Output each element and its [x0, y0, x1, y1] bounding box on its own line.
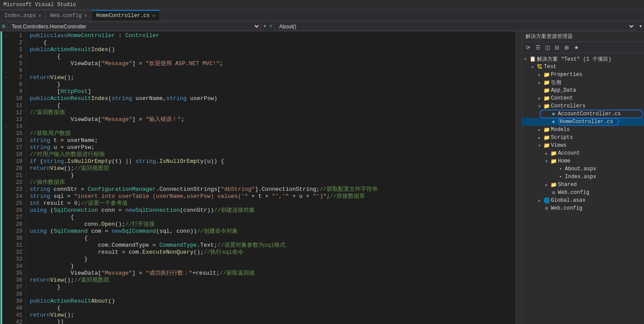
tree-item[interactable]: ▶📁Shared	[522, 181, 644, 189]
expand-icon[interactable]: ▶	[543, 183, 550, 187]
solution-toolbar: ⟳ ☰ ◫ ⊟ ⊞ ★	[522, 42, 644, 53]
code-line: ViewData["Message"] = "欢迎使用 ASP.NET MVC!…	[30, 60, 515, 67]
tree-node-label: Index.aspx	[565, 174, 596, 180]
code-line: return View();//返回视图层	[30, 165, 515, 172]
code-line: [HttpPost]	[30, 88, 515, 95]
expand-icon[interactable]: ▶	[536, 81, 543, 85]
toolbar-btn-refresh[interactable]: ⊞	[562, 43, 571, 52]
code-line: ViewData["Message"] = "输入错误！";	[30, 116, 515, 123]
main-content: − − − 1234567891011121314151617181920212…	[0, 31, 644, 324]
tree-item[interactable]: ●AccountController.cs	[522, 110, 644, 118]
collapse-icon-3[interactable]: −	[3, 123, 9, 130]
gutter: − − −	[3, 31, 9, 324]
nav-icon-right: ▾	[637, 23, 644, 30]
code-line	[30, 67, 515, 74]
code-line: public class HomeController : Controller	[30, 32, 515, 39]
tree-node-label: Home	[558, 158, 571, 164]
solution-panel: 解决方案资源管理器 ⟳ ☰ ◫ ⊟ ⊞ ★ ▼📋解决方案 "Test" (1 个…	[522, 31, 644, 324]
close-icon[interactable]: ✕	[153, 13, 155, 18]
tree-node-label: HomeController.cs	[558, 118, 619, 126]
tab-web-config[interactable]: Web.config ✕	[46, 10, 92, 21]
tree-item[interactable]: ▶📁Scripts	[522, 134, 644, 141]
title-bar: Microsoft Visual Studio	[0, 0, 644, 10]
tree-item[interactable]: ▪Index.aspx	[522, 173, 644, 181]
close-icon[interactable]: ✕	[84, 13, 87, 18]
tree-item[interactable]: ▶📁Account	[522, 149, 644, 157]
tree-node-icon: 📁	[543, 71, 550, 78]
collapse-icon[interactable]: −	[3, 32, 9, 39]
scrollbar-vertical[interactable]	[515, 31, 522, 324]
tree-node-icon: 📁	[543, 142, 550, 149]
tree-item[interactable]: ▼🏗Test	[522, 63, 644, 71]
expand-icon[interactable]: ▼	[536, 144, 543, 148]
tree-node-label: Global.asax	[551, 197, 585, 203]
expand-icon[interactable]: ▶	[536, 128, 543, 132]
tree-item[interactable]: ●HomeController.cs	[522, 118, 644, 126]
tree-node-icon: 📁	[550, 181, 557, 188]
nav-icon-method: ⚡	[269, 23, 273, 30]
tree-item[interactable]: ▼📁Views	[522, 141, 644, 149]
expand-icon[interactable]: ▶	[536, 97, 543, 100]
tab-index-aspx[interactable]: Index.aspx ✕	[0, 10, 46, 21]
tree-node-label: Test	[544, 64, 557, 70]
tree-item[interactable]: ▶📁Models	[522, 126, 644, 134]
expand-icon[interactable]: ▼	[536, 104, 543, 108]
expand-icon[interactable]: ▼	[543, 159, 550, 163]
tree-node-icon: 📁	[543, 126, 550, 133]
code-editor[interactable]: public class HomeController : Controller…	[26, 31, 515, 324]
toolbar-btn-sync[interactable]: ⟳	[524, 43, 533, 52]
collapse-icon-2[interactable]: −	[3, 74, 9, 81]
tree-node-label: Properties	[551, 72, 582, 78]
code-line: using (SqlConnection conn = new SqlConne…	[30, 207, 515, 214]
expand-icon[interactable]: ▶	[536, 73, 543, 77]
tree-item[interactable]: ▼📁Home	[522, 157, 644, 165]
tree-node-icon: 📋	[529, 55, 536, 62]
expand-icon[interactable]: ▼	[522, 57, 529, 61]
tree-item[interactable]: ⚙Web.config	[522, 189, 644, 196]
code-line: }	[30, 256, 515, 263]
tab-bar: Index.aspx ✕ Web.config ✕ HomeController…	[0, 10, 644, 21]
nav-icon-left: ⚙	[0, 23, 5, 30]
method-dropdown[interactable]: About()	[274, 22, 635, 31]
tree-item[interactable]: ▪About.aspx	[522, 165, 644, 173]
line-numbers: 1234567891011121314151617181920212223242…	[9, 31, 26, 324]
tree-node-icon: ⚙	[543, 205, 550, 212]
tree-item[interactable]: 📁App_Data	[522, 86, 644, 94]
expand-icon[interactable]: ▶	[543, 152, 550, 155]
tree-item[interactable]: ⚙Web.config	[522, 204, 644, 212]
close-icon[interactable]: ✕	[38, 13, 41, 18]
tree-node-icon: ⚙	[550, 189, 557, 196]
code-line: }	[30, 81, 515, 88]
tree-node-icon: 📁	[543, 79, 550, 86]
class-dropdown[interactable]: Test.Controllers.HomeController	[7, 22, 261, 31]
tree-node-icon: ●	[550, 110, 557, 117]
tree-item[interactable]: ▶📁引用	[522, 79, 644, 86]
tree-item[interactable]: ▶📁Content	[522, 94, 644, 102]
toolbar-btn-show-all[interactable]: ◫	[543, 43, 552, 52]
code-line: int result = 0;//设置一个参考值	[30, 200, 515, 207]
code-line: public ActionResult Index(string userNam…	[30, 95, 515, 102]
tree-node-icon: ▪	[557, 165, 564, 172]
tree-item[interactable]: ▼📋解决方案 "Test" (1 个项目)	[522, 55, 644, 63]
expand-icon[interactable]: ▶	[536, 199, 543, 203]
tree-node-label: Web.config	[558, 190, 589, 196]
tree-item[interactable]: ▶📁Properties	[522, 71, 644, 79]
tree-item[interactable]: ▶🌐Global.asax	[522, 196, 644, 204]
tree-node-label: AccountController.cs	[558, 111, 621, 117]
tree-node-icon: 📁	[550, 150, 557, 157]
expand-icon[interactable]: ▼	[529, 65, 536, 69]
tree-item[interactable]: ▼📁Controllers	[522, 102, 644, 110]
tree-node-label: Content	[551, 95, 573, 101]
tree-node-label: Account	[558, 150, 580, 156]
code-line: {	[30, 235, 515, 242]
tab-home-controller[interactable]: HomeController.cs ✕	[92, 10, 160, 21]
expand-icon[interactable]: ▶	[536, 136, 543, 140]
tab-label-index: Index.aspx	[4, 13, 36, 19]
toolbar-btn-props[interactable]: ☰	[533, 43, 542, 52]
nav-bar: ⚙ Test.Controllers.HomeController ▾ ⚡ Ab…	[0, 21, 644, 31]
toolbar-btn-star[interactable]: ★	[572, 43, 581, 52]
code-line: }]	[30, 319, 515, 324]
tree-node-icon: ●	[550, 118, 557, 125]
toolbar-btn-collapse[interactable]: ⊟	[553, 43, 561, 52]
code-line: conn.Open();//打开连接	[30, 221, 515, 228]
